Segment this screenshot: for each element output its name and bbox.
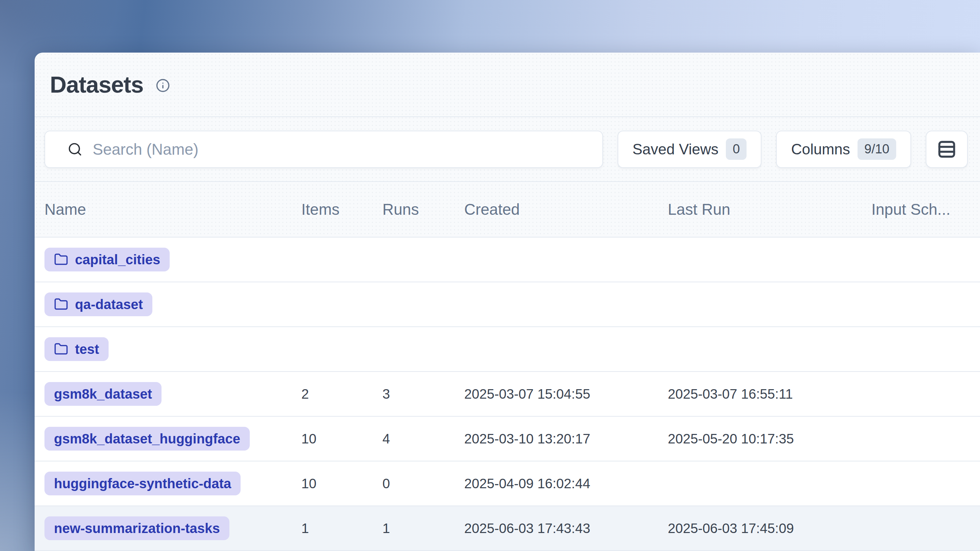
cell-name: new-summarization-tasks	[45, 516, 301, 540]
cell-name: gsm8k_dataset	[45, 382, 301, 406]
saved-views-button[interactable]: Saved Views 0	[617, 131, 762, 168]
cell-runs: 1	[382, 521, 464, 536]
folder-name-badge[interactable]: qa-dataset	[45, 292, 152, 316]
columns-label: Columns	[791, 141, 850, 158]
cell-name: test	[45, 337, 301, 361]
cell-items: 10	[301, 431, 382, 446]
cell-items: 2	[301, 386, 382, 402]
folder-name-badge[interactable]: test	[45, 337, 108, 361]
cell-created: 2025-03-07 15:04:55	[464, 386, 668, 402]
cell-items: 10	[301, 476, 382, 491]
columns-count-badge: 9/10	[858, 138, 896, 160]
dataset-name-badge[interactable]: huggingface-synthetic-data	[45, 472, 240, 495]
column-header-items[interactable]: Items	[301, 200, 382, 219]
table-row[interactable]: qa-dataset	[35, 282, 980, 327]
folder-icon	[54, 297, 68, 311]
columns-button[interactable]: Columns 9/10	[776, 131, 911, 168]
info-icon[interactable]	[156, 78, 170, 93]
search-input[interactable]	[93, 140, 590, 159]
cell-last-run: 2025-05-20 10:17:35	[668, 431, 872, 446]
search-box	[45, 131, 603, 168]
table-row[interactable]: new-summarization-tasks112025-06-03 17:4…	[35, 506, 980, 551]
dataset-name-badge[interactable]: new-summarization-tasks	[45, 516, 229, 540]
table-row[interactable]: test	[35, 327, 980, 372]
saved-views-count-badge: 0	[726, 138, 746, 160]
saved-views-label: Saved Views	[633, 141, 719, 158]
table-row[interactable]: capital_cities	[35, 238, 980, 282]
dataset-name-badge[interactable]: gsm8k_dataset_huggingface	[45, 427, 250, 451]
cell-runs: 4	[382, 431, 464, 446]
column-header-name[interactable]: Name	[45, 200, 301, 219]
dataset-name-label: new-summarization-tasks	[54, 521, 220, 536]
folder-icon	[54, 252, 68, 267]
dataset-name-label: huggingface-synthetic-data	[54, 476, 231, 491]
cell-name: qa-dataset	[45, 292, 301, 316]
page-title: Datasets	[50, 71, 143, 98]
dataset-name-label: qa-dataset	[75, 297, 143, 312]
dataset-name-label: capital_cities	[75, 252, 160, 267]
datasets-panel: Datasets Saved Views 0 Columns 9/10 Name…	[35, 52, 980, 551]
cell-created: 2025-03-10 13:20:17	[464, 431, 668, 446]
cell-created: 2025-04-09 16:02:44	[464, 476, 668, 491]
row-height-button[interactable]	[926, 131, 968, 168]
dataset-name-badge[interactable]: gsm8k_dataset	[45, 382, 162, 406]
cell-last-run: 2025-03-07 16:55:11	[668, 386, 872, 402]
column-header-last-run[interactable]: Last Run	[668, 200, 872, 219]
cell-runs: 3	[382, 386, 464, 402]
cell-name: capital_cities	[45, 248, 301, 272]
cell-created: 2025-06-03 17:43:43	[464, 521, 668, 536]
cell-name: huggingface-synthetic-data	[45, 472, 301, 495]
dataset-name-label: test	[75, 341, 99, 357]
table-row[interactable]: gsm8k_dataset232025-03-07 15:04:552025-0…	[35, 372, 980, 417]
cell-runs: 0	[382, 476, 464, 491]
dataset-name-label: gsm8k_dataset	[54, 386, 152, 402]
search-icon	[68, 142, 83, 157]
table-body: capital_citiesqa-datasettestgsm8k_datase…	[35, 238, 980, 551]
table-row[interactable]: gsm8k_dataset_huggingface1042025-03-10 1…	[35, 417, 980, 461]
cell-last-run: 2025-06-03 17:45:09	[668, 521, 872, 536]
table-header-row: NameItemsRunsCreatedLast RunInput Sch...	[35, 182, 980, 238]
column-header-created[interactable]: Created	[464, 200, 668, 219]
rows-icon	[937, 140, 956, 159]
dataset-name-label: gsm8k_dataset_huggingface	[54, 431, 240, 446]
page-header: Datasets	[35, 52, 980, 117]
cell-items: 1	[301, 521, 382, 536]
toolbar: Saved Views 0 Columns 9/10	[35, 117, 980, 182]
folder-icon	[54, 342, 68, 356]
datasets-table: NameItemsRunsCreatedLast RunInput Sch...…	[35, 182, 980, 551]
cell-name: gsm8k_dataset_huggingface	[45, 427, 301, 451]
column-header-runs[interactable]: Runs	[382, 200, 464, 219]
table-row[interactable]: huggingface-synthetic-data1002025-04-09 …	[35, 461, 980, 506]
column-header-input-sch[interactable]: Input Sch...	[872, 200, 980, 219]
folder-name-badge[interactable]: capital_cities	[45, 248, 170, 272]
